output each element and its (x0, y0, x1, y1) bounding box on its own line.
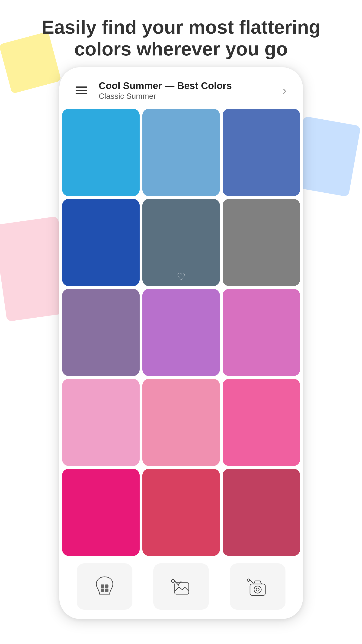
color-swatch-3[interactable] (223, 109, 300, 196)
color-camera-icon (245, 574, 270, 599)
headline: Easily find your most flattering colors … (0, 16, 362, 60)
svg-line-7 (178, 582, 181, 585)
svg-rect-2 (101, 588, 104, 592)
svg-line-11 (249, 579, 253, 583)
color-swatch-1[interactable] (62, 109, 140, 196)
color-swatch-6[interactable] (223, 199, 300, 286)
svg-point-6 (171, 579, 174, 582)
hamburger-button[interactable] (76, 86, 87, 94)
phone-header: Cool Summer — Best Colors Classic Summer… (59, 67, 303, 109)
svg-point-10 (256, 588, 259, 591)
tab-color-type[interactable] (77, 563, 132, 610)
heart-icon: ♡ (177, 271, 186, 282)
color-swatch-13[interactable] (62, 469, 140, 556)
color-swatch-2[interactable] (142, 109, 220, 196)
svg-rect-1 (105, 584, 108, 588)
phone-mockup: Cool Summer — Best Colors Classic Summer… (59, 67, 303, 619)
header-text-block: Cool Summer — Best Colors Classic Summer (99, 80, 278, 100)
svg-rect-0 (101, 584, 104, 588)
svg-rect-4 (175, 583, 189, 594)
color-swatch-9[interactable] (223, 289, 300, 376)
color-type-icon (92, 574, 117, 599)
bottom-tab-bar (59, 559, 303, 619)
svg-point-9 (254, 586, 261, 593)
color-swatch-5[interactable]: ♡ (142, 199, 220, 286)
color-swatch-15[interactable] (223, 469, 300, 556)
header-subtitle: Classic Summer (99, 92, 278, 100)
header-title: Cool Summer — Best Colors (99, 80, 278, 92)
color-swatch-10[interactable] (62, 379, 140, 466)
tab-color-image[interactable] (153, 563, 209, 610)
color-swatch-14[interactable] (142, 469, 220, 556)
color-swatch-11[interactable] (142, 379, 220, 466)
svg-point-12 (247, 579, 249, 582)
color-grid: ♡ (59, 109, 303, 559)
headline-line1: Easily find your most flattering (42, 16, 320, 38)
chevron-right-icon[interactable]: › (282, 84, 286, 97)
color-swatch-8[interactable] (142, 289, 220, 376)
tab-color-camera[interactable] (230, 563, 285, 610)
color-swatch-7[interactable] (62, 289, 140, 376)
color-swatch-12[interactable] (223, 379, 300, 466)
color-image-icon (168, 574, 194, 599)
color-swatch-4[interactable] (62, 199, 140, 286)
headline-line2: colors wherever you go (74, 38, 288, 59)
svg-rect-3 (105, 588, 108, 592)
